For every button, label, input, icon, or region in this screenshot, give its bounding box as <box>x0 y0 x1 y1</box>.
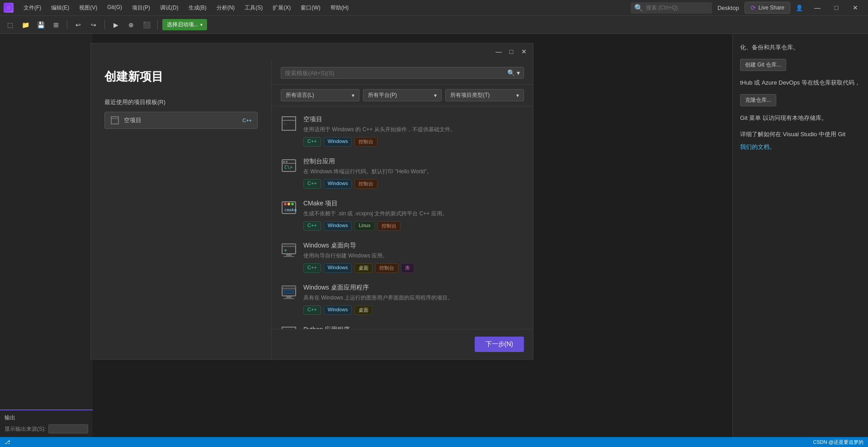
template-info-console: 控制台应用 在 Windows 终端运行代码。默认打印 "Hello World… <box>303 157 524 189</box>
tag-console-2: 控制台 <box>377 221 401 231</box>
menu-window[interactable]: 窗口(W) <box>296 2 325 14</box>
live-share-button[interactable]: ⟳ Live Share <box>745 2 790 14</box>
create-git-repo-button[interactable]: 创建 Git 仓库... <box>740 59 786 71</box>
svg-rect-24 <box>284 290 294 294</box>
template-title-desktop-wizard: Windows 桌面向导 <box>303 242 524 250</box>
status-left: ⎇ <box>5 439 10 445</box>
filter-language-chevron: ▾ <box>352 92 354 99</box>
search-templates-box[interactable]: 🔍 ▾ <box>281 67 524 79</box>
menu-edit[interactable]: 编辑(E) <box>47 2 74 14</box>
dialog-minimize-btn[interactable]: — <box>493 46 504 57</box>
clone-repo-button[interactable]: 克隆仓库... <box>740 94 776 106</box>
toolbar-redo[interactable]: ↪ <box>87 19 100 31</box>
main-area: 输出 显示输出来源(S): — □ ✕ 创建新项目 最近使用的项目模板(R) <box>0 34 868 447</box>
right-sidebar-block-2: tHub 或 Azure DevOps 等在线仓库获取代码， 克隆仓库... <box>740 78 861 106</box>
right-sidebar-block-3: Git 菜单 以访问现有本地存储库。 <box>740 114 861 123</box>
template-tags-desktop-app: C++ Windows 桌面 <box>303 305 524 315</box>
svg-rect-18 <box>283 256 294 257</box>
template-tags-empty: C++ Windows 控制台 <box>303 137 524 147</box>
toolbar-run[interactable]: ▶ <box>109 19 122 31</box>
menu-project[interactable]: 项目(P) <box>127 2 155 14</box>
start-label: 选择启动项... <box>167 21 198 29</box>
recent-templates-label: 最近使用的项目模板(R) <box>104 98 258 106</box>
toolbar-stop[interactable]: ⬛ <box>140 19 153 31</box>
template-icon-desktop-app <box>281 284 297 300</box>
menu-tools[interactable]: 工具(S) <box>240 2 267 14</box>
template-tags-cmake: C++ Windows Linux 控制台 <box>303 221 524 231</box>
menu-help[interactable]: 帮助(H) <box>326 2 354 14</box>
close-button[interactable]: ✕ <box>846 0 864 16</box>
template-item-left: 空项目 <box>110 116 142 125</box>
template-entry-python[interactable]: Py Python 应用程序 用于创建命令行应用程序的项目 <box>272 320 533 329</box>
start-project-button[interactable]: 选择启动项... ▾ <box>162 19 207 30</box>
output-source-row: 显示输出来源(S): <box>5 424 88 433</box>
template-desc-cmake: 生成不依赖于 .sln 或 .vcxproj 文件的新式跨平台 C++ 应用。 <box>303 209 524 218</box>
menu-view[interactable]: 视图(V) <box>75 2 102 14</box>
right-sidebar: 化、备份和共享仓库。 创建 Git 仓库... tHub 或 Azure Dev… <box>732 34 868 447</box>
maximize-button[interactable]: □ <box>827 0 845 16</box>
menu-analyze[interactable]: 分析(N) <box>212 2 240 14</box>
tag-lib-3: 库 <box>401 263 414 273</box>
recent-template-item[interactable]: 空项目 C++ <box>104 112 258 129</box>
template-desc-empty: 使用适用于 Windows 的 C++ 从头开始操作，不提供基础文件。 <box>303 125 524 133</box>
template-entry-cmake[interactable]: cmake CMake 项目 生成不依赖于 .sln 或 .vcxproj 文件… <box>272 194 533 236</box>
svg-point-12 <box>288 203 290 205</box>
svg-text:C\>: C\> <box>284 165 292 170</box>
template-entry-desktop-wizard[interactable]: ⚙ Windows 桌面向导 使用向导自行创建 Windows 应用。 C++ … <box>272 236 533 278</box>
template-icon-console: C\> <box>281 157 297 174</box>
template-icon-cmake: cmake <box>281 200 297 216</box>
toolbar-save-all[interactable]: ⊞ <box>50 19 62 31</box>
status-bar: ⎇ CSDN @还是要追梦的 <box>0 437 868 447</box>
template-desc-console: 在 Windows 终端运行代码。默认打印 "Hello World"。 <box>303 167 524 176</box>
menu-extensions[interactable]: 扩展(X) <box>268 2 295 14</box>
template-title-desktop-app: Windows 桌面应用程序 <box>303 284 524 292</box>
toolbar-save[interactable]: 💾 <box>34 19 47 31</box>
template-entry-desktop-app[interactable]: Windows 桌面应用程序 具有在 Windows 上运行的图形用户界面面的应… <box>272 278 533 320</box>
documentation-link[interactable]: 我们的文档。 <box>740 143 775 150</box>
menu-debug[interactable]: 调试(D) <box>156 2 183 14</box>
tag-windows-2: Windows <box>324 221 352 231</box>
global-search-box[interactable]: 🔍 <box>631 2 712 14</box>
template-tags-desktop-wizard: C++ Windows 桌面 控制台 库 <box>303 263 524 273</box>
live-share-label: Live Share <box>759 5 784 11</box>
recent-template-name: 空项目 <box>124 116 142 124</box>
tag-cpp-0: C++ <box>303 137 321 147</box>
filter-language[interactable]: 所有语言(L) ▾ <box>281 89 359 101</box>
toolbar-attach[interactable]: ⊕ <box>125 19 137 31</box>
minimize-button[interactable]: — <box>808 0 826 16</box>
title-bar: 文件(F) 编辑(E) 视图(V) Git(G) 项目(P) 调试(D) 生成(… <box>0 0 868 16</box>
account-icon[interactable]: 👤 <box>796 5 803 11</box>
menu-file[interactable]: 文件(F) <box>19 2 46 14</box>
dialog-titlebar: — □ ✕ <box>91 43 533 60</box>
menu-build[interactable]: 生成(B) <box>184 2 211 14</box>
left-sidebar: 输出 显示输出来源(S): <box>0 34 93 447</box>
output-source-select[interactable] <box>48 424 88 433</box>
template-entry-empty[interactable]: 空项目 使用适用于 Windows 的 C++ 从头开始操作，不提供基础文件。 … <box>272 110 533 152</box>
search-templates-icon[interactable]: 🔍 ▾ <box>507 69 520 76</box>
desktop-label: Desktop <box>717 5 739 11</box>
template-info-empty: 空项目 使用适用于 Windows 的 C++ 从头开始操作，不提供基础文件。 … <box>303 115 524 147</box>
search-templates-input[interactable] <box>285 70 505 76</box>
next-button[interactable]: 下一步(N) <box>475 337 524 352</box>
toolbar-undo[interactable]: ↩ <box>72 19 85 31</box>
toolbar-new-file[interactable]: ⬚ <box>4 19 16 31</box>
right-sidebar-text-1: 化、备份和共享仓库。 <box>740 43 861 52</box>
tag-console-3: 控制台 <box>375 263 398 273</box>
template-entry-console[interactable]: C\> 控制台应用 在 Windows 终端运行代码。默认打印 "Hello W… <box>272 152 533 194</box>
right-panel: 🔍 ▾ 所有语言(L) ▾ 所有平台(P) ▾ 所有项目类型(T) <box>272 60 533 359</box>
dialog-close-btn[interactable]: ✕ <box>519 46 529 57</box>
toolbar-open[interactable]: 📁 <box>19 19 32 31</box>
svg-point-13 <box>291 203 294 205</box>
template-title-python: Python 应用程序 <box>303 326 524 329</box>
svg-text:cmake: cmake <box>284 208 297 212</box>
dialog-maximize-btn[interactable]: □ <box>506 46 517 57</box>
svg-rect-22 <box>286 296 292 298</box>
svg-rect-0 <box>111 117 118 124</box>
menu-git[interactable]: Git(G) <box>103 2 127 14</box>
template-title-cmake: CMake 项目 <box>303 200 524 208</box>
tag-linux-2: Linux <box>354 221 374 231</box>
filter-type[interactable]: 所有项目类型(T) ▾ <box>445 89 524 101</box>
filter-platform[interactable]: 所有平台(P) ▾ <box>363 89 442 101</box>
dialog-title: 创建新项目 <box>104 69 258 85</box>
global-search-input[interactable] <box>646 5 708 11</box>
